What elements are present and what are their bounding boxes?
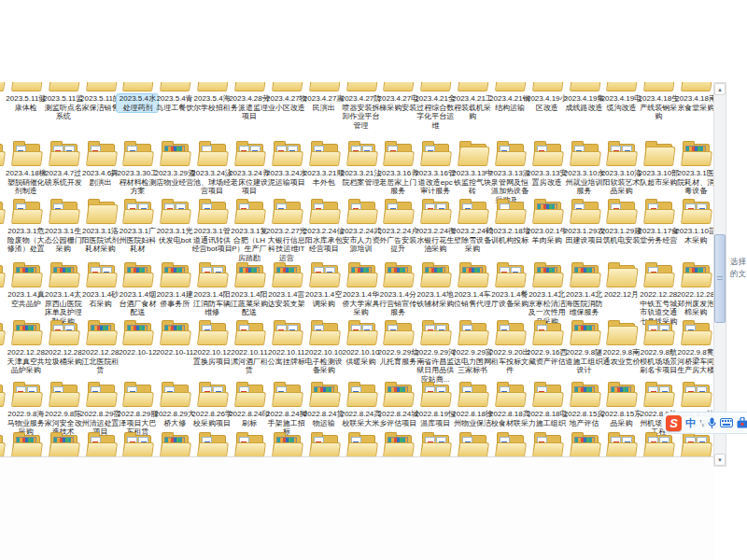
folder-label: 2023.1.4建侨事务所 bbox=[154, 290, 195, 308]
folder-item[interactable]: 2022.10-11 bbox=[156, 319, 193, 386]
folder-item[interactable]: 2022.9.8黄河桥梁车间生产房大楼 bbox=[677, 319, 714, 386]
ime-toolbar[interactable]: S 中 ’, bbox=[661, 412, 747, 434]
folder-item[interactable]: 2022.9.8航模机场场景刷名卡项目 bbox=[640, 319, 677, 386]
folder-icon bbox=[420, 319, 450, 345]
folder-item[interactable]: 2023.3.1光伏发电bot bbox=[156, 198, 193, 265]
ime-language-indicator[interactable]: 中 bbox=[685, 416, 696, 430]
folder-item[interactable]: 2022.10.11漯河酒厂租赁 bbox=[231, 319, 268, 386]
folder-item[interactable]: 2023.2.24户外广告安装提升 bbox=[379, 198, 416, 265]
folder-item[interactable]: 2022.10.11公寓挂牌标 bbox=[268, 319, 305, 386]
folder-label: 2023.3.10部队超市采购 bbox=[638, 169, 679, 187]
folder-label: 2022.10.11漯河酒厂租赁 bbox=[229, 348, 270, 375]
folder-label: 2023.4.28劳务派遣监理项目 bbox=[229, 94, 270, 121]
folder-item[interactable]: 2023.2.27光大银行信息科技运维IT运营 bbox=[268, 198, 305, 265]
folder-label: 2023.2.24信阳水库承包经营项目 bbox=[303, 227, 345, 254]
scroll-up-button[interactable]: ▲ bbox=[714, 83, 726, 95]
folder-icon bbox=[495, 261, 525, 287]
vertical-scrollbar[interactable]: ▲ ▼ bbox=[713, 82, 726, 467]
folder-label: 2022.9.8航模机场场景刷名卡项目 bbox=[638, 348, 679, 375]
folder-item[interactable]: 2022.9.16西藏资产评估 bbox=[529, 319, 566, 386]
folder-icon bbox=[383, 261, 413, 287]
preview-pane-hint: 选择 的文 bbox=[730, 256, 747, 280]
folder-label: 2022.8.18高校食材联采 bbox=[489, 410, 530, 427]
folder-item[interactable]: 2023.1.29农田建设项目 bbox=[566, 198, 603, 265]
folder-icon bbox=[681, 140, 711, 166]
folder-icon bbox=[346, 381, 376, 407]
microphone-icon[interactable] bbox=[708, 417, 716, 429]
folder-label: 2023.3.24泳池、球场经营项目 bbox=[191, 169, 233, 196]
folder-item[interactable]: 2022.9.8隧道施工组织设计 bbox=[566, 319, 603, 386]
folder-icon bbox=[49, 381, 78, 407]
folder-icon bbox=[458, 198, 487, 224]
folder-icon bbox=[532, 431, 562, 457]
folder-icon bbox=[606, 198, 636, 224]
folder-icon bbox=[160, 261, 190, 287]
folder-icon bbox=[309, 261, 339, 287]
folder-item[interactable]: 2022.10-12 bbox=[119, 319, 156, 386]
folder-item[interactable]: 2022.9.29河南省许昌监狱日用品供应站商... bbox=[416, 319, 454, 386]
folder-label: 2023.3.13安置房改造 bbox=[527, 169, 568, 187]
folder-icon bbox=[49, 319, 78, 345]
folder-item[interactable]: 2023.3.1复合肥（LHP）生产厂房踏勘 bbox=[231, 198, 268, 265]
folder-item[interactable]: 2023.02.1牛羊肉采购 bbox=[529, 198, 566, 265]
folder-label: 2023.1.4阳江蔬菜采购配送 bbox=[229, 290, 270, 317]
folder-icon bbox=[122, 198, 152, 224]
folder-icon bbox=[420, 431, 450, 457]
keyboard-icon[interactable] bbox=[720, 418, 733, 427]
folder-icon bbox=[383, 381, 413, 407]
folder-item[interactable]: 2023.2.24武安市人力资源培训 bbox=[343, 198, 380, 265]
folder-item[interactable]: 2022.12.28垃圾桶采购 bbox=[45, 319, 82, 386]
content-bottom-mask bbox=[0, 456, 715, 560]
folder-item[interactable]: 2022.10.10电子检测设备采购 bbox=[305, 319, 343, 386]
folder-item[interactable]: 2023.1.29建筑机电安装 bbox=[602, 198, 640, 265]
folder-icon bbox=[458, 261, 487, 287]
folder-label: 2023.3.1复合肥（LHP）生产厂房踏勘 bbox=[229, 227, 270, 262]
scrollbar-thumb[interactable] bbox=[714, 234, 726, 323]
folder-item[interactable]: 2023.2.24鹤壁除雪设备采购 bbox=[454, 198, 491, 265]
sogou-logo-icon[interactable]: S bbox=[666, 415, 682, 431]
folder-label: 2023.5.11皓家保洁销售 bbox=[80, 94, 121, 112]
folder-item[interactable]: 2023.3.1危险废物（大修渣）处置 bbox=[7, 198, 45, 265]
folder-item[interactable]: 2023.2.18培训机构投标 bbox=[491, 198, 529, 265]
folder-icon bbox=[570, 381, 599, 407]
folder-icon bbox=[309, 198, 339, 224]
folder-icon bbox=[160, 431, 190, 457]
folder-item[interactable]: 2023.2.24衡水银行花生油采购 bbox=[416, 198, 454, 265]
folder-label: 2023.3.21法院档案管理 bbox=[341, 169, 382, 187]
folder-icon bbox=[0, 261, 4, 287]
folder-label: 2022.8.24货物运输 bbox=[303, 410, 345, 427]
folder-item[interactable]: 2023.3.1洛阳医院试剂耗材采购 bbox=[82, 198, 120, 265]
folder-item[interactable]: 2022.10.12置换房项目 bbox=[193, 319, 231, 386]
folder-item[interactable]: 2023.3.1生态公园栅门采购 bbox=[45, 198, 82, 265]
folder-item[interactable]: 2022.12.28天津真空共晶炉采购 bbox=[7, 319, 45, 386]
folder-label: 2022.10.10供暖采购 bbox=[341, 348, 382, 366]
ime-punctuation-indicator[interactable]: ’, bbox=[699, 418, 704, 427]
folder-label: 2023.3.21顺丰外包 bbox=[303, 169, 345, 187]
folder-icon bbox=[570, 319, 599, 345]
folder-item[interactable]: 2023.1.17食堂劳务经营 bbox=[640, 198, 677, 265]
folder-item[interactable]: 2023.3.1广州医院妇科耗材 bbox=[119, 198, 156, 265]
folder-label: 2023.2.24衡水银行花生油采购 bbox=[415, 227, 456, 254]
folder-label: 2022.9.29富达电力国网三家标书 bbox=[452, 348, 493, 375]
folder-item[interactable]: 2023.1.10苗木采购 bbox=[677, 198, 714, 265]
folder-icon bbox=[122, 319, 152, 345]
folder-icon bbox=[346, 198, 376, 224]
folder-item[interactable]: 2022.9.20出租车投标文件 bbox=[491, 319, 529, 386]
folder-item[interactable]: 2023.3.1管道通讯转供经营bot项目 bbox=[193, 198, 231, 265]
folder-label: 2023.1.17食堂劳务经营 bbox=[638, 227, 679, 245]
folder-item[interactable]: 2022.9.8南通农业竞价 bbox=[602, 319, 640, 386]
folder-item[interactable]: 2022.9.29富达电力国网三家标书 bbox=[454, 319, 491, 386]
folder-item[interactable]: 2023.2.24信阳水库承包经营项目 bbox=[305, 198, 343, 265]
scroll-down-button[interactable]: ▼ bbox=[714, 454, 726, 466]
folder-item[interactable]: 2022.10.10供暖采购 bbox=[343, 319, 380, 386]
folder-item[interactable]: 2022.9.29幼儿托育服务 bbox=[379, 319, 416, 386]
folder-label: 2023.3.30工程材料检测方案 bbox=[117, 169, 158, 196]
folder-item[interactable]: 2022.12.28江北医院租赁 bbox=[82, 319, 120, 386]
folder-label: 2023.4.18南京食堂采购 bbox=[675, 94, 716, 112]
folder-label: 2022.9.8黄河桥梁车间生产房大楼 bbox=[675, 348, 716, 375]
folder-icon bbox=[346, 319, 376, 345]
folder-label: 2023.1.4阳江消防车辆维修 bbox=[191, 290, 233, 317]
folder-label: 2023.1.4北海医院消防维保服务 bbox=[564, 290, 605, 317]
toolbox-icon[interactable] bbox=[737, 417, 747, 428]
folder-label: 2023.4.27防喷器安装拆卸作业平台管理 bbox=[341, 94, 382, 130]
